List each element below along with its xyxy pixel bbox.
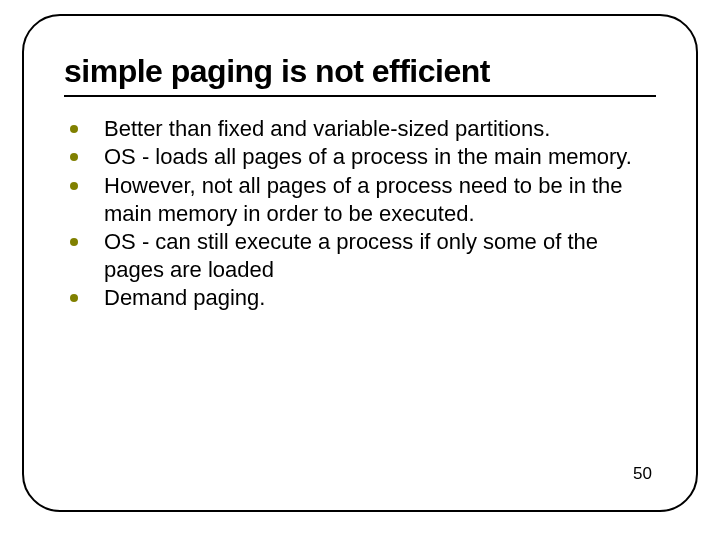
- page-number: 50: [633, 464, 652, 484]
- slide: simple paging is not efficient Better th…: [0, 0, 720, 540]
- bullet-text: OS - loads all pages of a process in the…: [104, 143, 656, 171]
- bullet-text: Demand paging.: [104, 284, 656, 312]
- list-item: OS - loads all pages of a process in the…: [70, 143, 656, 171]
- bullet-text: Better than fixed and variable-sized par…: [104, 115, 656, 143]
- list-item: OS - can still execute a process if only…: [70, 228, 656, 284]
- bullet-list: Better than fixed and variable-sized par…: [64, 115, 656, 312]
- bullet-icon: [70, 182, 78, 190]
- slide-title: simple paging is not efficient: [64, 54, 656, 89]
- bullet-icon: [70, 238, 78, 246]
- list-item: Demand paging.: [70, 284, 656, 312]
- list-item: Better than fixed and variable-sized par…: [70, 115, 656, 143]
- bullet-icon: [70, 125, 78, 133]
- bullet-icon: [70, 153, 78, 161]
- bullet-icon: [70, 294, 78, 302]
- title-divider: [64, 95, 656, 97]
- bullet-text: However, not all pages of a process need…: [104, 172, 656, 228]
- slide-frame: simple paging is not efficient Better th…: [22, 14, 698, 512]
- list-item: However, not all pages of a process need…: [70, 172, 656, 228]
- bullet-text: OS - can still execute a process if only…: [104, 228, 656, 284]
